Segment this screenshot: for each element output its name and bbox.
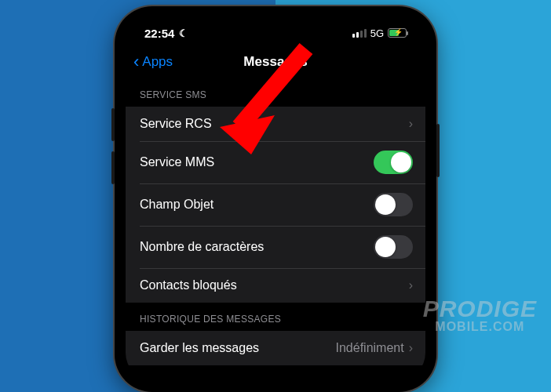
row-label: Garder les messages [140, 341, 259, 355]
network-label: 5G [370, 27, 384, 39]
back-button[interactable]: ‹ Apps [133, 53, 173, 71]
notch [213, 17, 338, 38]
nav-header: ‹ Apps Messages [126, 45, 425, 78]
settings-content: SERVICE SMS Service RCS › Service MMS Ch… [126, 78, 425, 365]
row-subject-field: Champ Objet [126, 183, 425, 226]
row-label: Champ Objet [140, 198, 213, 212]
watermark-line2: MOBILE.COM [423, 321, 537, 334]
watermark: PRODIGE MOBILE.COM [423, 296, 537, 334]
status-time: 22:54 [144, 27, 174, 40]
chevron-right-icon: › [409, 278, 413, 292]
row-label: Nombre de caractères [140, 240, 264, 254]
sms-service-list: Service RCS › Service MMS Champ Objet [126, 107, 425, 303]
dnd-moon-icon: ☾ [179, 27, 188, 39]
signal-icon [352, 29, 367, 38]
history-list: Garder les messages Indéfiniment › [126, 331, 425, 365]
toggle-subject[interactable] [374, 193, 413, 216]
toggle-mms[interactable] [374, 151, 413, 174]
row-service-rcs[interactable]: Service RCS › [126, 107, 425, 141]
row-label: Service MMS [140, 155, 214, 169]
page-title: Messages [243, 54, 307, 70]
chevron-right-icon: › [409, 341, 413, 355]
phone-frame: 22:54 ☾ 5G ⚡ ‹ Apps Messages S [115, 6, 436, 392]
chevron-right-icon: › [409, 117, 413, 131]
toggle-charcount[interactable] [374, 235, 413, 259]
section-header-sms: SERVICE SMS [126, 78, 425, 107]
row-keep-messages[interactable]: Garder les messages Indéfiniment › [126, 331, 425, 365]
row-service-mms: Service MMS [126, 141, 425, 183]
watermark-line1: PRODIGE [423, 296, 537, 321]
row-char-count: Nombre de caractères [126, 226, 425, 268]
row-label: Service RCS [140, 117, 212, 131]
back-label: Apps [142, 54, 173, 70]
chevron-left-icon: ‹ [133, 53, 139, 71]
row-label: Contacts bloqués [140, 278, 237, 292]
screen: 22:54 ☾ 5G ⚡ ‹ Apps Messages S [126, 17, 425, 381]
row-blocked-contacts[interactable]: Contacts bloqués › [126, 268, 425, 303]
row-value: Indéfiniment [336, 341, 404, 355]
section-header-history: HISTORIQUE DES MESSAGES [126, 303, 425, 331]
battery-icon: ⚡ [388, 28, 407, 38]
